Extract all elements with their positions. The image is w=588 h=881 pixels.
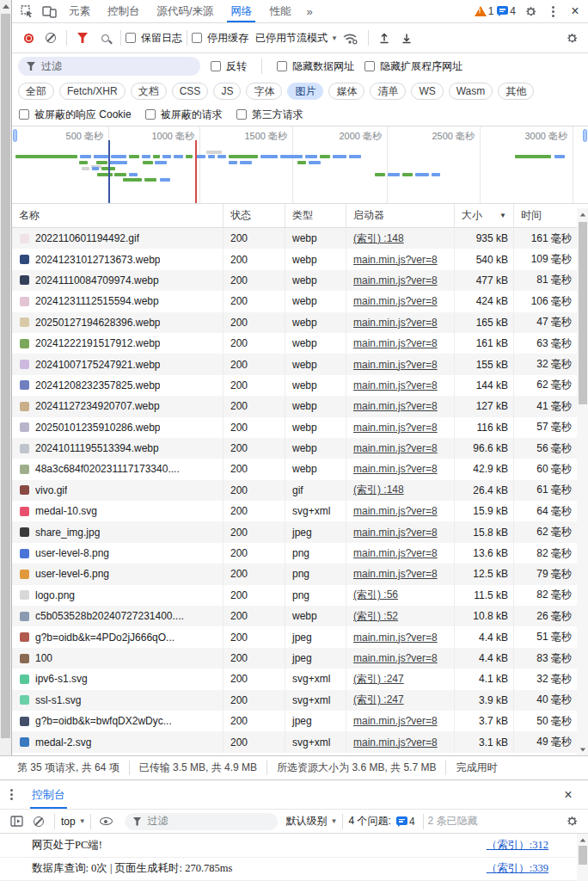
initiator-link[interactable]: main.min.js?ver=8 (353, 274, 438, 286)
page-scrollbar[interactable] (0, 0, 11, 755)
more-tabs-button[interactable]: » (299, 0, 319, 22)
drawer-menu-icon[interactable] (10, 789, 13, 800)
checkbox-第三方请求[interactable]: 第三方请求 (236, 108, 303, 122)
chip-JS[interactable]: JS (213, 83, 241, 100)
table-row[interactable]: ssl-s1.svg200svg+xml(索引) :2473.9 kB40 毫秒 (12, 690, 588, 711)
column-header-启动器[interactable]: 启动器 (346, 204, 455, 227)
clear-network-log-icon[interactable] (40, 28, 62, 48)
console-scrollbar-thumb[interactable] (579, 846, 587, 865)
column-header-状态[interactable]: 状态 (224, 204, 285, 227)
console-scrollbar[interactable] (577, 834, 588, 881)
chip-Wasm[interactable]: Wasm (449, 83, 493, 100)
console-settings-gear-icon[interactable] (560, 811, 583, 832)
filter-input[interactable]: 过滤 (18, 57, 200, 76)
column-header-名称[interactable]: 名称 (12, 204, 224, 227)
inspect-element-icon[interactable] (15, 1, 38, 22)
close-devtools-icon[interactable]: × (564, 1, 586, 22)
table-row[interactable]: 20241110084709974.webp200webpmain.min.js… (12, 270, 588, 291)
timeline-left-handle[interactable] (13, 129, 17, 142)
timeline-right-handle[interactable] (583, 129, 587, 142)
table-row[interactable]: 20241231012713673.webp200webpmain.min.js… (12, 249, 588, 269)
initiator-link[interactable]: main.min.js?ver=8 (353, 422, 438, 434)
chip-CSS[interactable]: CSS (172, 83, 209, 100)
initiator-link[interactable]: main.min.js?ver=8 (353, 379, 438, 391)
hide-extension-urls-checkbox[interactable]: 隐藏扩展程序网址 (364, 59, 462, 74)
preserve-log-checkbox[interactable]: 保留日志 (126, 31, 182, 46)
requests-table-scrollbar[interactable] (577, 208, 588, 755)
table-row[interactable]: 20241231112515594.webp200webpmain.min.js… (12, 291, 588, 311)
console-sidebar-icon[interactable] (5, 811, 28, 832)
table-row[interactable]: c5b053528b20240727231400....200webp(索引) … (12, 606, 588, 626)
table-row[interactable]: g?b=oidb&k=bwfqDX2wDyc...200jpegmain.min… (12, 711, 588, 731)
table-row[interactable]: 20241222191517912.webp200webpmain.min.js… (12, 333, 588, 354)
warning-icon[interactable] (475, 6, 487, 16)
clear-console-icon[interactable] (28, 811, 50, 832)
table-row[interactable]: 100200jpegmain.min.js?ver=84.4 kB83 毫秒 (12, 648, 588, 668)
issues-icon[interactable] (497, 6, 508, 16)
live-expression-eye-icon[interactable] (95, 811, 118, 832)
tab-源代码/来源[interactable]: 源代码/来源 (149, 0, 223, 22)
table-row[interactable]: ipv6-s1.svg200svg+xml(索引) :2474.1 kB32 毫… (12, 668, 588, 689)
throttling-dropdown[interactable]: 已停用节流模式 ▼ (255, 31, 338, 46)
scroll-down-icon[interactable] (577, 743, 588, 755)
table-row[interactable]: medal-10.svg200svg+xmlmain.min.js?ver=81… (12, 501, 588, 521)
console-filter-input[interactable]: 过滤 (125, 813, 278, 830)
issues-icon[interactable] (396, 816, 407, 827)
initiator-link[interactable]: (索引) :247 (353, 693, 404, 707)
chip-字体[interactable]: 字体 (246, 83, 282, 100)
close-drawer-icon[interactable]: × (557, 785, 579, 805)
initiator-link[interactable]: main.min.js?ver=8 (353, 463, 438, 475)
chip-其他[interactable]: 其他 (498, 83, 534, 100)
tab-网络[interactable]: 网络 (222, 0, 260, 22)
search-icon[interactable] (94, 28, 116, 48)
table-row[interactable]: vivo.gif200gif(索引) :14826.4 kB61 毫秒 (12, 480, 588, 501)
scroll-up-icon[interactable] (577, 834, 588, 846)
initiator-link[interactable]: main.min.js?ver=8 (353, 505, 438, 517)
table-row[interactable]: share_img.jpg200jpegmain.min.js?ver=815.… (12, 521, 588, 542)
table-row[interactable]: 20241011195513394.webp200webpmain.min.js… (12, 438, 588, 459)
settings-gear-icon[interactable] (519, 1, 542, 22)
initiator-link[interactable]: main.min.js?ver=8 (353, 442, 438, 454)
tab-控制台[interactable]: 控制台 (99, 0, 149, 22)
table-row[interactable]: 48a3c684f020231117173340....200webpmain.… (12, 459, 588, 479)
table-row[interactable]: 20250127194628396.webp200webpmain.min.js… (12, 312, 588, 333)
network-overview-timeline[interactable]: 500 毫秒1000 毫秒1500 毫秒2000 毫秒2500 毫秒3000 毫… (12, 126, 588, 204)
initiator-link[interactable]: main.min.js?ver=8 (353, 337, 438, 349)
table-row[interactable]: medal-2.svg200svg+xmlmain.min.js?ver=83.… (12, 731, 588, 752)
chip-清单[interactable]: 清单 (370, 83, 406, 100)
tab-元素[interactable]: 元素 (60, 0, 99, 22)
initiator-link[interactable]: (索引) :148 (353, 483, 404, 497)
hide-data-urls-checkbox[interactable]: 隐藏数据网址 (277, 59, 354, 74)
initiator-link[interactable]: (索引) :247 (353, 672, 404, 687)
device-toolbar-icon[interactable] (38, 1, 60, 22)
import-har-icon[interactable] (373, 28, 395, 48)
initiator-link[interactable]: main.min.js?ver=8 (353, 254, 438, 266)
initiator-link[interactable]: main.min.js?ver=8 (353, 527, 438, 539)
more-options-icon[interactable] (542, 1, 564, 22)
network-conditions-icon[interactable] (338, 28, 364, 48)
record-network-log-icon[interactable] (17, 28, 40, 48)
chip-Fetch/XHR[interactable]: Fetch/XHR (59, 83, 126, 100)
table-row[interactable]: user-level-6.png200pngmain.min.js?ver=81… (12, 564, 588, 584)
table-row[interactable]: logo.png200png(索引) :5611.5 kB82 毫秒 (12, 585, 588, 606)
scroll-up-icon[interactable] (577, 208, 588, 220)
chip-文档[interactable]: 文档 (131, 83, 167, 100)
initiator-link[interactable]: (索引) :148 (353, 231, 404, 246)
initiator-link[interactable]: main.min.js?ver=8 (353, 715, 438, 727)
checkbox-被屏蔽的请求[interactable]: 被屏蔽的请求 (145, 108, 223, 122)
page-scrollbar-thumb[interactable] (1, 14, 10, 738)
network-settings-gear-icon[interactable] (560, 28, 583, 48)
scroll-up-icon[interactable] (0, 0, 11, 12)
initiator-link[interactable]: (索引) :52 (353, 609, 398, 624)
disable-cache-checkbox[interactable]: 停用缓存 (192, 31, 248, 46)
table-row[interactable]: g?b=oidb&k=4PDo2jJ666qO...200jpegmain.mi… (12, 626, 588, 647)
tab-console[interactable]: 控制台 (30, 780, 67, 809)
initiator-link[interactable]: main.min.js?ver=8 (353, 652, 438, 664)
column-header-时间[interactable]: 时间 (514, 204, 577, 227)
log-level-dropdown[interactable]: 默认级别 ▼ (286, 814, 338, 829)
console-source-link[interactable]: （索引）:339 (487, 861, 548, 876)
table-row[interactable]: 20241208232357825.webp200webpmain.min.js… (12, 375, 588, 396)
invert-checkbox[interactable]: 反转 (211, 59, 247, 74)
context-selector[interactable]: top ▼ (61, 816, 86, 828)
tab-性能[interactable]: 性能 (260, 0, 299, 22)
